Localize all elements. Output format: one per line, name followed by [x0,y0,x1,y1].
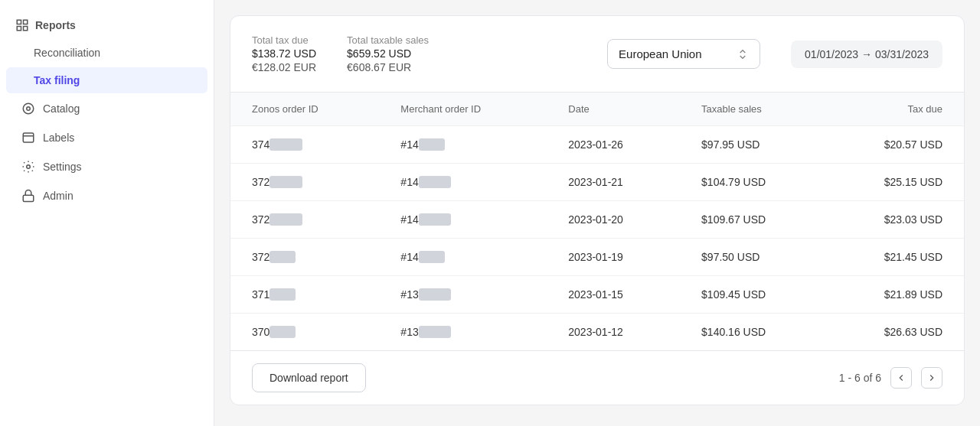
cell-date: 2023-01-21 [547,164,680,201]
total-tax-due-usd: $138.72 USD [252,47,316,60]
svg-rect-2 [24,27,28,31]
sidebar-item-labels[interactable]: Labels [6,124,207,151]
cell-date: 2023-01-26 [547,126,680,164]
chevron-right-icon [926,372,937,383]
region-selector[interactable]: European Union [607,39,760,69]
card-footer: Download report 1 - 6 of 6 [230,350,964,405]
prev-page-button[interactable] [890,367,912,389]
cell-tax-due: $21.89 USD [826,276,964,314]
sidebar-item-reconciliation[interactable]: Reconciliation [6,40,207,66]
tax-filing-label: Tax filing [34,74,80,86]
admin-icon [21,189,35,203]
cell-date: 2023-01-15 [547,276,680,314]
date-range-text: 01/01/2023 → 03/31/2023 [805,48,929,60]
total-taxable-sales-usd: $659.52 USD [347,47,429,60]
cell-order-id: 372●●●●● [230,201,379,239]
total-tax-due-block: Total tax due $138.72 USD €128.02 EUR [252,34,316,73]
table-row: 371●●●● #13●●●●● 2023-01-15 $109.45 USD … [230,276,964,314]
cell-date: 2023-01-20 [547,201,680,239]
chevron-updown-icon [737,48,749,60]
orders-table: Zonos order ID Merchant order ID Date Ta… [230,93,964,350]
merchant-id-blur: ●●●●● [419,213,451,226]
cell-date: 2023-01-19 [547,239,680,276]
total-taxable-sales-label: Total taxable sales [347,34,429,46]
region-label: European Union [619,47,701,60]
cell-taxable-sales: $140.16 USD [680,314,826,351]
settings-label: Settings [43,161,82,173]
cell-taxable-sales: $97.95 USD [680,126,826,164]
admin-label: Admin [43,190,74,202]
reports-label: Reports [35,19,76,31]
order-id-blur: ●●●● [270,288,296,301]
cell-taxable-sales: $109.67 USD [680,201,826,239]
col-date: Date [547,93,680,126]
cell-taxable-sales: $104.79 USD [680,164,826,201]
table-row: 374●●●●● #14●●●● 2023-01-26 $97.95 USD $… [230,126,964,164]
cell-tax-due: $20.57 USD [826,126,964,164]
sidebar-item-settings[interactable]: Settings [6,153,207,180]
svg-rect-6 [23,133,34,142]
download-report-button[interactable]: Download report [252,363,366,392]
cell-date: 2023-01-12 [547,314,680,351]
cell-tax-due: $26.63 USD [826,314,964,351]
order-id-blur: ●●●●● [270,176,302,188]
col-order-id: Zonos order ID [230,93,379,126]
merchant-id-blur: ●●●● [419,138,445,151]
card-header: Total tax due $138.72 USD €128.02 EUR To… [230,16,964,93]
svg-point-5 [27,107,31,111]
cell-merchant-id: #14●●●● [379,239,547,276]
col-merchant-id: Merchant order ID [379,93,547,126]
labels-label: Labels [43,132,74,144]
cell-tax-due: $21.45 USD [826,239,964,276]
total-tax-due-eur: €128.02 EUR [252,61,316,73]
settings-icon [21,160,35,174]
cell-order-id: 370●●●● [230,314,379,351]
table-row: 372●●●●● #14●●●●● 2023-01-20 $109.67 USD… [230,201,964,239]
cell-order-id: 372●●●●● [230,164,379,201]
cell-merchant-id: #14●●●● [379,126,547,164]
cell-tax-due: $25.15 USD [826,164,964,201]
chevron-left-icon [896,372,906,383]
cell-order-id: 372●●●● [230,239,379,276]
order-id-blur: ●●●●● [270,213,302,226]
merchant-id-blur: ●●●●● [419,176,451,188]
pagination: 1 - 6 of 6 [839,367,942,389]
date-range: 01/01/2023 → 03/31/2023 [791,41,942,68]
merchant-id-blur: ●●●● [419,251,445,263]
cell-merchant-id: #14●●●●● [379,164,547,201]
col-taxable-sales: Taxable sales [680,93,826,126]
svg-point-8 [27,165,31,169]
svg-rect-3 [17,27,21,31]
col-tax-due: Tax due [826,93,964,126]
total-taxable-sales-block: Total taxable sales $659.52 USD €608.67 … [347,34,429,73]
sidebar-item-admin[interactable]: Admin [6,182,207,210]
next-page-button[interactable] [921,367,942,389]
sidebar-item-tax-filing[interactable]: Tax filing [6,67,207,93]
order-id-blur: ●●●● [270,251,296,263]
labels-icon [21,131,35,145]
merchant-id-blur: ●●●●● [419,326,451,338]
reports-icon [15,18,29,32]
table-row: 372●●●● #14●●●● 2023-01-19 $97.50 USD $2… [230,239,964,276]
sidebar: Reports Reconciliation Tax filing Catalo… [0,0,214,426]
sidebar-reports-header[interactable]: Reports [0,12,214,38]
catalog-label: Catalog [43,102,80,115]
cell-order-id: 374●●●●● [230,126,379,164]
svg-rect-1 [24,20,28,24]
tax-filing-card: Total tax due $138.72 USD €128.02 EUR To… [230,15,965,405]
sidebar-item-catalog[interactable]: Catalog [6,95,207,122]
merchant-id-blur: ●●●●● [419,288,451,301]
total-tax-due-label: Total tax due [252,34,316,46]
cell-tax-due: $23.03 USD [826,201,964,239]
order-id-blur: ●●●●● [270,138,302,151]
cell-merchant-id: #13●●●●● [379,276,547,314]
table-header-row: Zonos order ID Merchant order ID Date Ta… [230,93,964,126]
table-row: 372●●●●● #14●●●●● 2023-01-21 $104.79 USD… [230,164,964,201]
cell-merchant-id: #14●●●●● [379,201,547,239]
svg-point-4 [23,103,34,114]
main-content: Total tax due $138.72 USD €128.02 EUR To… [214,0,980,426]
table-row: 370●●●● #13●●●●● 2023-01-12 $140.16 USD … [230,314,964,351]
svg-rect-9 [23,195,34,201]
order-id-blur: ●●●● [270,326,296,338]
cell-taxable-sales: $97.50 USD [680,239,826,276]
